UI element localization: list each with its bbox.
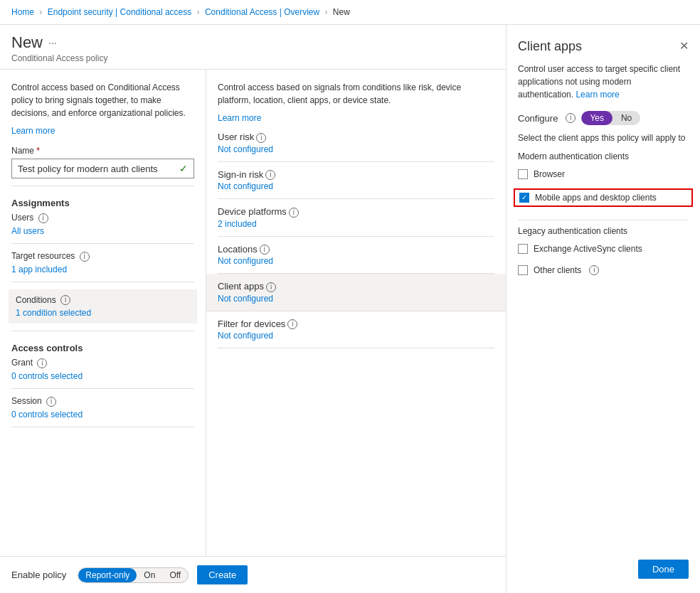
users-section: Users i All users bbox=[11, 213, 194, 236]
panel-footer: Done bbox=[518, 548, 689, 579]
assignments-label: Assignments bbox=[11, 198, 194, 208]
enable-policy-toggle[interactable]: Report-only On Off bbox=[78, 567, 189, 583]
condition-title: User riski bbox=[218, 132, 494, 143]
panel-title: Client apps bbox=[518, 39, 582, 54]
session-value[interactable]: 0 controls selected bbox=[11, 410, 194, 420]
session-info-icon[interactable]: i bbox=[46, 397, 56, 407]
breadcrumb: Home › Endpoint security | Conditional a… bbox=[0, 0, 700, 25]
access-controls-label: Access controls bbox=[11, 343, 194, 353]
legacy-divider bbox=[518, 220, 689, 220]
grant-value[interactable]: 0 controls selected bbox=[11, 371, 194, 381]
condition-value[interactable]: 2 included bbox=[218, 219, 494, 229]
other-clients-checkbox-row: Other clients i bbox=[518, 263, 689, 277]
exchange-activesync-checkbox[interactable] bbox=[518, 244, 528, 254]
session-section: Session i 0 controls selected bbox=[11, 396, 194, 420]
modern-auth-label: Modern authentication clients bbox=[518, 151, 689, 161]
policy-header: New ··· Conditional Access policy bbox=[0, 25, 506, 70]
panel-description: Control user access to target specific c… bbox=[518, 63, 689, 101]
mobile-apps-label: Mobile apps and desktop clients bbox=[535, 193, 657, 203]
condition-row-sign-in-risk[interactable]: Sign-in riskiNot configured bbox=[218, 162, 494, 200]
condition-row-user-risk[interactable]: User riskiNot configured bbox=[218, 132, 494, 162]
condition-row-client-apps[interactable]: Client appsiNot configured bbox=[206, 274, 506, 311]
done-button[interactable]: Done bbox=[638, 560, 689, 579]
condition-value[interactable]: Not configured bbox=[218, 181, 494, 191]
breadcrumb-endpoint-security[interactable]: Endpoint security | Conditional access bbox=[48, 7, 192, 17]
conditions-label: Conditions bbox=[16, 295, 56, 305]
page-title: New bbox=[11, 33, 43, 52]
users-label: Users bbox=[11, 213, 33, 223]
target-resources-label: Target resources bbox=[11, 251, 75, 261]
condition-value[interactable]: Not configured bbox=[218, 256, 494, 266]
breadcrumb-home[interactable]: Home bbox=[11, 7, 34, 17]
target-resources-section: Target resources i 1 app included bbox=[11, 251, 194, 274]
toggle-on[interactable]: On bbox=[137, 568, 162, 582]
condition-info-icon[interactable]: i bbox=[260, 245, 270, 255]
client-apps-panel: Client apps ✕ Control user access to tar… bbox=[507, 25, 700, 593]
close-panel-button[interactable]: ✕ bbox=[679, 39, 689, 53]
browser-checkbox[interactable] bbox=[518, 169, 528, 179]
conditions-info-icon[interactable]: i bbox=[60, 295, 70, 305]
condition-value[interactable]: Not configured bbox=[218, 331, 494, 341]
mobile-apps-checkbox-row: Mobile apps and desktop clients bbox=[514, 188, 693, 207]
breadcrumb-conditional-access-overview[interactable]: Conditional Access | Overview bbox=[205, 7, 319, 17]
policy-subtitle: Conditional Access policy bbox=[11, 53, 494, 63]
grant-info-icon[interactable]: i bbox=[37, 358, 47, 368]
conditions-value[interactable]: 1 condition selected bbox=[16, 308, 190, 318]
configure-toggle[interactable]: Yes No bbox=[581, 111, 640, 125]
condition-title: Client appsi bbox=[218, 281, 494, 292]
name-field-label: Name * bbox=[11, 146, 194, 156]
apply-text: Select the client apps this policy will … bbox=[518, 132, 689, 144]
toggle-report-only[interactable]: Report-only bbox=[78, 568, 137, 582]
condition-row-filter-for-devices[interactable]: Filter for devicesiNot configured bbox=[218, 311, 494, 349]
name-input-value: Test policy for modern auth clients bbox=[18, 164, 179, 174]
condition-title: Sign-in riski bbox=[218, 169, 494, 181]
grant-section: Grant i 0 controls selected bbox=[11, 358, 194, 381]
condition-value[interactable]: Not configured bbox=[218, 144, 494, 154]
configure-no-button[interactable]: No bbox=[612, 111, 640, 125]
conditions-list: User riskiNot configuredSign-in riskiNot… bbox=[218, 132, 494, 348]
browser-label: Browser bbox=[534, 169, 565, 179]
condition-title: Locationsi bbox=[218, 244, 494, 255]
exchange-activesync-label: Exchange ActiveSync clients bbox=[534, 244, 642, 254]
create-button[interactable]: Create bbox=[197, 565, 248, 584]
panel-learn-more[interactable]: Learn more bbox=[576, 90, 619, 100]
panel-header: Client apps ✕ bbox=[518, 39, 689, 54]
name-input-container[interactable]: Test policy for modern auth clients ✓ bbox=[11, 159, 194, 178]
legacy-auth-label: Legacy authentication clients bbox=[518, 226, 689, 236]
configure-label: Configure bbox=[518, 113, 558, 124]
required-marker: * bbox=[36, 146, 40, 156]
right-column-description: Control access based on signals from con… bbox=[218, 81, 494, 107]
conditions-section[interactable]: Conditions i 1 condition selected bbox=[9, 289, 197, 324]
breadcrumb-current: New bbox=[333, 7, 350, 17]
condition-info-icon[interactable]: i bbox=[265, 170, 275, 180]
configure-info-icon[interactable]: i bbox=[566, 113, 576, 123]
condition-info-icon[interactable]: i bbox=[266, 282, 276, 292]
condition-title: Device platformsi bbox=[218, 206, 494, 218]
right-column-learn-more[interactable]: Learn more bbox=[218, 113, 261, 123]
condition-info-icon[interactable]: i bbox=[289, 208, 299, 218]
condition-row-locations[interactable]: LocationsiNot configured bbox=[218, 237, 494, 274]
browser-checkbox-row: Browser bbox=[518, 167, 689, 181]
users-value[interactable]: All users bbox=[11, 226, 194, 236]
session-label: Session bbox=[11, 396, 42, 406]
condition-value[interactable]: Not configured bbox=[218, 294, 494, 304]
configure-row: Configure i Yes No bbox=[518, 111, 689, 125]
bottom-bar: Enable policy Report-only On Off Create bbox=[0, 556, 506, 593]
target-resources-value[interactable]: 1 app included bbox=[11, 265, 194, 274]
condition-info-icon[interactable]: i bbox=[256, 133, 266, 143]
configure-yes-button[interactable]: Yes bbox=[581, 111, 612, 125]
mobile-apps-checkbox[interactable] bbox=[519, 193, 529, 203]
users-info-icon[interactable]: i bbox=[38, 213, 48, 223]
target-resources-info-icon[interactable]: i bbox=[80, 252, 90, 262]
grant-label: Grant bbox=[11, 358, 33, 368]
other-clients-checkbox[interactable] bbox=[518, 265, 528, 275]
policy-learn-more[interactable]: Learn more bbox=[11, 126, 55, 136]
exchange-activesync-checkbox-row: Exchange ActiveSync clients bbox=[518, 242, 689, 256]
condition-row-device-platforms[interactable]: Device platformsi2 included bbox=[218, 199, 494, 237]
condition-info-icon[interactable]: i bbox=[287, 319, 297, 329]
input-checkmark: ✓ bbox=[179, 163, 188, 174]
ellipsis-menu[interactable]: ··· bbox=[48, 37, 57, 48]
toggle-off[interactable]: Off bbox=[162, 568, 188, 582]
other-clients-label: Other clients bbox=[534, 265, 581, 275]
other-clients-info-icon[interactable]: i bbox=[589, 265, 599, 275]
